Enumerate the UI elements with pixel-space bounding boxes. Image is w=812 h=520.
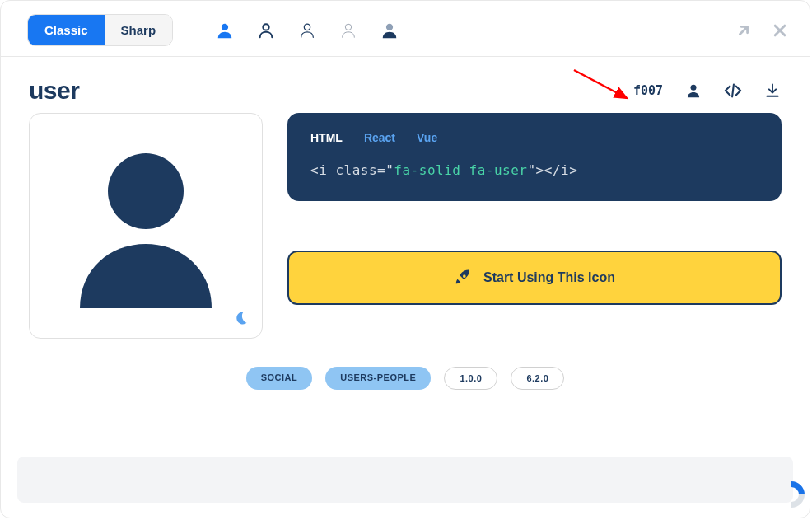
- style-light-icon[interactable]: [298, 21, 316, 40]
- svg-point-3: [345, 24, 351, 30]
- icon-preview-card: [29, 113, 263, 339]
- dark-mode-toggle-icon[interactable]: [232, 310, 250, 328]
- family-toggle: Classic Sharp: [27, 14, 173, 46]
- style-regular-icon[interactable]: [257, 21, 275, 40]
- svg-point-2: [304, 24, 310, 30]
- code-tabs: HTML React Vue: [310, 131, 758, 144]
- main-content: HTML React Vue <i class="fa-solid fa-use…: [1, 113, 810, 339]
- recaptcha-badge-icon: [773, 476, 810, 513]
- start-using-button[interactable]: Start Using This Icon: [287, 251, 782, 305]
- svg-point-4: [386, 23, 393, 30]
- download-icon[interactable]: [763, 82, 782, 100]
- style-solid-icon[interactable]: [216, 21, 234, 40]
- toggle-sharp[interactable]: Sharp: [105, 15, 173, 45]
- svg-point-0: [222, 23, 228, 30]
- code-snippet-card: HTML React Vue <i class="fa-solid fa-use…: [287, 113, 782, 201]
- right-column: HTML React Vue <i class="fa-solid fa-use…: [287, 113, 782, 339]
- user-icon: [72, 143, 220, 308]
- tab-react[interactable]: React: [364, 131, 395, 144]
- open-external-icon[interactable]: [734, 21, 754, 40]
- tags-row: SOCIAL USERS-PEOPLE 1.0.0 6.2.0: [1, 367, 810, 390]
- tag-version-1[interactable]: 1.0.0: [444, 367, 497, 390]
- tab-vue[interactable]: Vue: [417, 131, 437, 144]
- unicode-label: f007: [633, 83, 663, 98]
- code-snippet[interactable]: <i class="fa-solid fa-user"></i>: [310, 162, 758, 178]
- top-actions: [734, 21, 790, 40]
- header-row: user f007: [1, 57, 810, 113]
- style-thin-icon[interactable]: [339, 21, 357, 40]
- toggle-classic[interactable]: Classic: [28, 15, 105, 45]
- tag-users-people[interactable]: USERS-PEOPLE: [325, 367, 431, 390]
- rocket-icon: [454, 269, 472, 287]
- tag-social[interactable]: SOCIAL: [246, 367, 313, 390]
- style-duotone-icon[interactable]: [380, 21, 399, 40]
- close-icon[interactable]: [770, 21, 790, 40]
- header-actions: f007: [633, 82, 782, 100]
- copy-glyph-icon[interactable]: [684, 82, 702, 100]
- code-icon[interactable]: [724, 82, 742, 100]
- tag-version-6[interactable]: 6.2.0: [511, 367, 564, 390]
- svg-point-6: [108, 153, 184, 229]
- svg-point-1: [263, 24, 268, 30]
- icon-name-title: user: [29, 77, 79, 105]
- cta-label: Start Using This Icon: [483, 270, 615, 285]
- footer-bar[interactable]: [17, 457, 793, 503]
- top-bar: Classic Sharp: [1, 1, 810, 57]
- style-variants: [216, 21, 399, 40]
- svg-point-5: [691, 85, 697, 91]
- tab-html[interactable]: HTML: [310, 131, 343, 144]
